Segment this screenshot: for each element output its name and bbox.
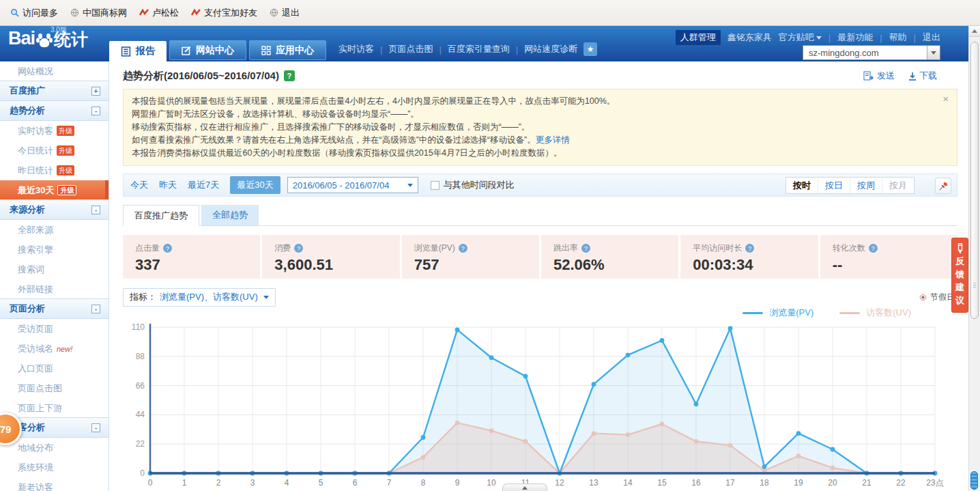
granularity-按时[interactable]: 按时 bbox=[786, 178, 818, 193]
bookmark-item[interactable]: 卢松松 bbox=[133, 5, 185, 21]
quick-filter-昨天[interactable]: 昨天 bbox=[159, 179, 177, 191]
expand-icon[interactable]: + bbox=[91, 87, 100, 96]
legend-item-访客数(UV)[interactable]: 访客数(UV) bbox=[839, 307, 911, 319]
date-range-picker[interactable]: 2016/06/05 - 2016/07/04 bbox=[287, 177, 418, 193]
sidebar-item-最近30天[interactable]: 最近30天升级 bbox=[0, 180, 109, 200]
bookmark-item[interactable]: 退出 bbox=[263, 5, 306, 21]
svg-text:7: 7 bbox=[387, 478, 392, 488]
title-actions: 发送 下载 bbox=[863, 70, 937, 82]
legend-swatch bbox=[839, 312, 860, 314]
download-button[interactable]: 下载 bbox=[908, 70, 937, 82]
send-button[interactable]: 发送 bbox=[863, 70, 895, 82]
bookmark-item[interactable]: 支付宝加好友 bbox=[185, 5, 263, 21]
site-selector-dropdown-button[interactable] bbox=[927, 46, 940, 59]
sidebar-item-页面上下游[interactable]: 页面上下游 bbox=[0, 398, 109, 418]
stat-label: 消费? bbox=[274, 242, 399, 254]
magnifier-icon bbox=[10, 8, 19, 17]
top-link-鑫铭东家具[interactable]: 鑫铭东家具 bbox=[727, 31, 772, 44]
info-icon[interactable]: ? bbox=[869, 244, 878, 253]
more-details-link[interactable]: 更多详情 bbox=[536, 135, 570, 145]
top-link-最新功能[interactable]: 最新功能 bbox=[837, 31, 873, 44]
pin-button[interactable] bbox=[935, 178, 951, 194]
sidebar-item-实时访客[interactable]: 实时访客升级 bbox=[0, 121, 109, 141]
collapse-icon[interactable]: - bbox=[91, 206, 100, 214]
sidebar-section-来源分析[interactable]: 来源分析- bbox=[0, 199, 109, 220]
top-link-人群管理[interactable]: 人群管理 bbox=[676, 30, 721, 45]
sidebar-item-受访域名[interactable]: 受访域名new! bbox=[0, 339, 109, 359]
baidu-tongji-logo[interactable]: Bai 统计 3.0版 bbox=[8, 29, 88, 48]
quick-link-百度索引量查询[interactable]: 百度索引量查询 bbox=[448, 43, 510, 55]
scrollbar-thumb[interactable] bbox=[970, 42, 979, 319]
primary-tab-应用中心[interactable]: 应用中心 bbox=[249, 40, 326, 60]
primary-tab-网站中心[interactable]: 网站中心 bbox=[169, 40, 246, 60]
separator: | bbox=[914, 33, 916, 43]
feedback-tab[interactable]: 反馈建议 bbox=[951, 238, 968, 313]
info-icon[interactable]: ? bbox=[294, 244, 303, 253]
trend-chart[interactable]: 0224466881100123456789101112131415161718… bbox=[123, 320, 957, 491]
bottom-collapse-tab[interactable] bbox=[502, 483, 547, 491]
sidebar-section-趋势分析[interactable]: 趋势分析- bbox=[0, 100, 109, 121]
sidebar-item-全部来源[interactable]: 全部来源 bbox=[0, 220, 109, 240]
sidebar-item-今日统计[interactable]: 今日统计升级 bbox=[0, 141, 109, 160]
quick-link-实时访客[interactable]: 实时访客 bbox=[338, 43, 374, 55]
sidebar-section-百度推广[interactable]: 百度推广+ bbox=[0, 81, 109, 101]
logo-text: Bai bbox=[8, 29, 35, 48]
metric-selector[interactable]: 指标： 浏览量(PV)、访客数(UV) bbox=[123, 288, 276, 307]
sidebar-item-搜索词[interactable]: 搜索词 bbox=[0, 259, 109, 279]
chart-block: 指标： 浏览量(PV)、访客数(UV) 节假日 浏览量(PV)访客数(UV) 0… bbox=[123, 287, 957, 491]
compare-checkbox[interactable] bbox=[431, 181, 439, 190]
bookmark-item[interactable]: 中国商标网 bbox=[64, 5, 133, 21]
collapse-icon[interactable]: - bbox=[91, 305, 100, 313]
metric-selector-prefix: 指标： bbox=[130, 291, 156, 303]
quick-filter-今天[interactable]: 今天 bbox=[130, 179, 148, 191]
site-selector[interactable]: sz-mingdong.com bbox=[803, 45, 940, 60]
sidebar-section-页面分析[interactable]: 页面分析- bbox=[0, 298, 109, 319]
close-icon[interactable]: × bbox=[942, 95, 949, 103]
granularity-按日[interactable]: 按日 bbox=[818, 178, 850, 193]
info-icon[interactable]: ? bbox=[745, 244, 754, 253]
sidebar-item-外部链接[interactable]: 外部链接 bbox=[0, 279, 109, 299]
quick-filter-最近30天[interactable]: 最近30天 bbox=[230, 176, 280, 194]
svg-text:22: 22 bbox=[896, 478, 906, 488]
sidebar-item-新老访客[interactable]: 新老访客 bbox=[0, 477, 109, 491]
quick-link-页面点击图[interactable]: 页面点击图 bbox=[388, 43, 433, 55]
sidebar-item-入口页面[interactable]: 入口页面 bbox=[0, 359, 109, 378]
pencil-icon bbox=[956, 243, 964, 255]
sidebar-item-受访页面[interactable]: 受访页面 bbox=[0, 319, 109, 339]
info-icon[interactable]: ? bbox=[581, 244, 590, 253]
sidebar-item-搜索引擎[interactable]: 搜索引擎 bbox=[0, 240, 109, 259]
info-icon[interactable]: ? bbox=[163, 244, 172, 253]
report-tab-全部趋势[interactable]: 全部趋势 bbox=[201, 205, 259, 225]
help-icon[interactable]: ? bbox=[284, 70, 295, 81]
collapse-icon[interactable]: - bbox=[91, 423, 100, 432]
main-content: 趋势分析(2016/06/05~2016/07/04) ? 发送 下载 × 本报… bbox=[109, 61, 968, 491]
sidebar-item-页面点击图[interactable]: 页面点击图 bbox=[0, 378, 109, 398]
collapse-icon[interactable]: - bbox=[91, 107, 100, 115]
stat-label-text: 消费 bbox=[274, 242, 291, 254]
granularity-按周[interactable]: 按周 bbox=[850, 178, 882, 193]
report-tab-百度推广趋势[interactable]: 百度推广趋势 bbox=[123, 205, 199, 226]
info-icon[interactable]: ? bbox=[459, 244, 467, 253]
quick-link-网站速度诊断[interactable]: 网站速度诊断 bbox=[524, 43, 577, 55]
sidebar-item-昨日统计[interactable]: 昨日统计升级 bbox=[0, 160, 109, 180]
scrollbar-up-arrow-icon[interactable] bbox=[969, 26, 980, 37]
notice-line: 移动搜索页指标，仅在进行相应推广，且选择搜索推广下的移动设备时，才显示相应数值，… bbox=[132, 121, 934, 134]
send-label: 发送 bbox=[877, 70, 895, 82]
stat-card-平均访问时长: 平均访问时长?00:03:34 bbox=[678, 235, 818, 279]
stat-value: 00:03:34 bbox=[693, 256, 818, 274]
favorite-star-button[interactable]: ★ bbox=[583, 42, 597, 56]
sidebar-section-label: 页面分析 bbox=[10, 303, 45, 315]
sidebar-item-label: 地域分布 bbox=[18, 442, 53, 454]
sidebar-item-系统环境[interactable]: 系统环境 bbox=[0, 458, 109, 477]
top-link-帮助[interactable]: 帮助 bbox=[889, 31, 907, 44]
sidebar-item-网站概况[interactable]: 网站概况 bbox=[0, 61, 109, 81]
top-link-官方贴吧[interactable]: 官方贴吧 bbox=[779, 31, 822, 44]
legend-item-浏览量(PV)[interactable]: 浏览量(PV) bbox=[743, 307, 813, 319]
top-link-退出[interactable]: 退出 bbox=[923, 31, 940, 44]
bookmark-item[interactable]: 访问最多 bbox=[4, 5, 64, 21]
vertical-scrollbar[interactable] bbox=[968, 26, 980, 491]
primary-tab-报告[interactable]: 报告 bbox=[109, 41, 167, 61]
quick-filter-最近7天[interactable]: 最近7天 bbox=[188, 179, 219, 191]
stat-card-浏览量(PV): 浏览量(PV)?757 bbox=[400, 235, 539, 279]
inner-scrollbar-thumb[interactable] bbox=[970, 471, 978, 490]
